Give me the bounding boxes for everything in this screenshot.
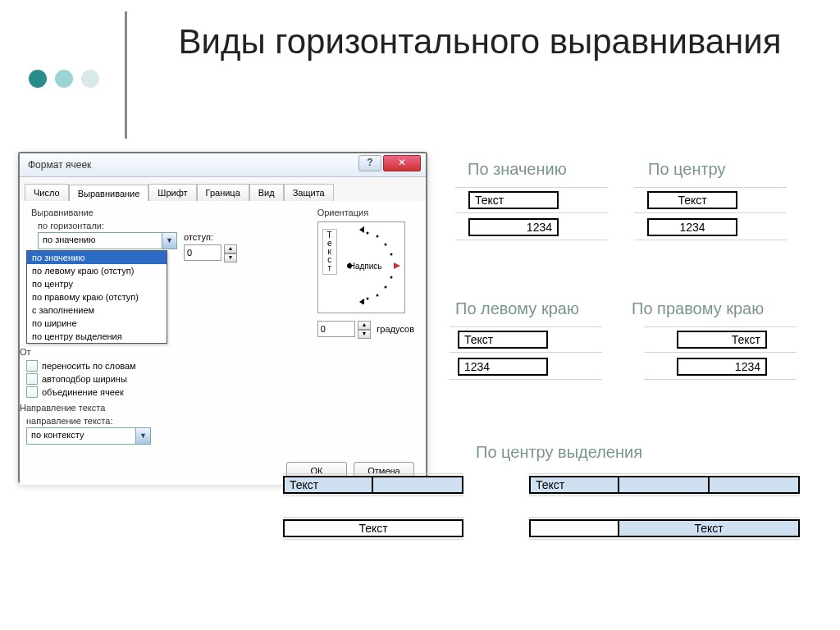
text-dir-section-label: Направление текста: [20, 403, 249, 413]
dialog-title: Формат ячеек: [28, 159, 91, 171]
tab-border[interactable]: Граница: [197, 184, 249, 201]
cell-right-text: Текст: [677, 331, 767, 349]
label-by-right: По правому краю: [632, 299, 764, 318]
vertical-text-sample: Текст: [322, 229, 337, 275]
label-by-value: По значению: [468, 160, 567, 179]
indent-label: отступ:: [184, 232, 237, 242]
svg-point-1: [366, 232, 368, 235]
sel-row2-a: Текст: [283, 519, 463, 537]
shrink-checkbox[interactable]: автоподбор ширины: [26, 373, 249, 385]
sel-row2-b: [529, 519, 619, 537]
indent-value[interactable]: 0: [184, 244, 221, 261]
decor-dots: [29, 70, 99, 88]
sel-row1-b: [373, 476, 463, 494]
option-center-sel[interactable]: по центру выделения: [27, 330, 167, 343]
dialog-titlebar[interactable]: Формат ячеек ? ✕: [20, 153, 426, 177]
cell-center-num: 1234: [647, 218, 737, 236]
merge-checkbox[interactable]: объединение ячеек: [26, 386, 249, 398]
cell-right-num: 1234: [677, 358, 767, 376]
dialog-body: Выравнивание по горизонтали: по значению…: [20, 201, 426, 485]
cell-left-num: 1234: [458, 358, 548, 376]
label-by-sel: По центру выделения: [476, 443, 642, 462]
option-left[interactable]: по левому краю (отступ): [27, 264, 167, 277]
wrap-checkbox[interactable]: переносить по словам: [26, 360, 249, 372]
text-dir-label: направление текста:: [26, 416, 249, 426]
dot-1: [29, 70, 47, 88]
text-dir-value: по контексту: [27, 428, 135, 444]
option-fill[interactable]: с заполнением: [27, 304, 167, 317]
tab-protection[interactable]: Защита: [284, 184, 334, 201]
option-right[interactable]: по правому краю (отступ): [27, 290, 167, 304]
svg-point-5: [390, 276, 392, 279]
display-section-label: От: [20, 347, 249, 357]
degrees-value[interactable]: 0: [317, 321, 355, 337]
cell-center-text: Текст: [647, 191, 737, 209]
tab-bar: Число Выравнивание Шрифт Граница Вид Защ…: [20, 177, 426, 201]
chevron-down-icon[interactable]: ▼: [135, 428, 150, 444]
help-button[interactable]: ?: [358, 155, 381, 171]
text-dir-combo[interactable]: по контексту ▼: [26, 427, 151, 445]
chevron-down-icon[interactable]: ▼: [162, 233, 176, 249]
svg-point-8: [366, 298, 368, 300]
vertical-rule: [125, 11, 127, 139]
dot-2: [55, 70, 73, 88]
cell-value-num: 1234: [468, 218, 559, 236]
dot-3: [81, 70, 99, 88]
orientation-box[interactable]: Текст Надпись: [317, 221, 405, 313]
cell-left-text: Текст: [458, 331, 548, 349]
tab-view[interactable]: Вид: [249, 184, 284, 201]
svg-marker-9: [359, 226, 364, 233]
degrees-label: градусов: [377, 324, 414, 334]
tab-font[interactable]: Шрифт: [148, 184, 196, 201]
format-cells-dialog: Формат ячеек ? ✕ Число Выравнивание Шриф…: [18, 152, 427, 483]
horizontal-dropdown: по значению по левому краю (отступ) по ц…: [26, 250, 167, 344]
horizontal-value: по значению: [39, 233, 162, 249]
svg-point-3: [384, 244, 386, 246]
svg-marker-10: [394, 262, 400, 269]
indent-spinner[interactable]: ▲▼: [224, 244, 237, 262]
sel-row1-e: [710, 476, 800, 494]
svg-point-2: [376, 235, 378, 238]
indent-group: отступ: 0 ▲▼: [184, 232, 237, 262]
label-by-center: По центру: [648, 160, 726, 179]
svg-point-4: [390, 253, 392, 256]
arc-label: Надпись: [349, 262, 382, 271]
horizontal-combo[interactable]: по значению ▼: [38, 232, 177, 249]
sel-row2-c: Текст: [619, 519, 800, 537]
label-by-left: По левому краю: [455, 299, 579, 318]
page-title: Виды горизонтального выравнивания: [152, 21, 808, 64]
svg-marker-11: [359, 299, 364, 304]
sel-row1-a: Текст: [283, 476, 373, 494]
tab-alignment[interactable]: Выравнивание: [69, 185, 149, 202]
svg-point-7: [376, 294, 378, 297]
sel-row1-d: [619, 476, 710, 494]
degrees-spinner[interactable]: ▲▼: [358, 321, 371, 339]
option-by-value[interactable]: по значению: [27, 251, 167, 264]
sel-row1-c: Текст: [529, 476, 619, 494]
close-button[interactable]: ✕: [383, 155, 421, 171]
svg-point-6: [384, 286, 386, 289]
orientation-panel: Ориентация Текст Надпись 0 ▲▼ градусов: [317, 208, 414, 339]
cell-value-text: Текст: [468, 191, 559, 209]
orientation-label: Ориентация: [317, 208, 414, 217]
option-center[interactable]: по центру: [27, 277, 167, 290]
option-justify[interactable]: по ширине: [27, 317, 167, 330]
tab-number[interactable]: Число: [25, 184, 69, 201]
